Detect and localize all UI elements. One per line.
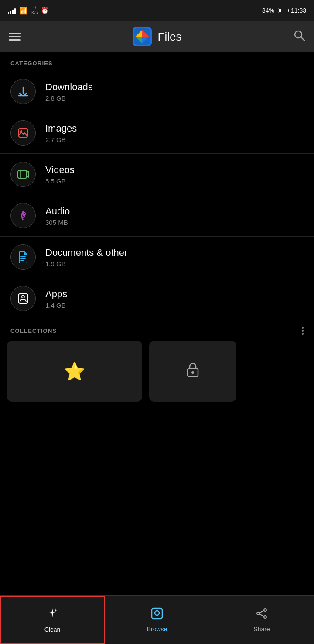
battery-icon	[278, 8, 287, 13]
list-item[interactable]: Apps 1.4 GB	[0, 278, 314, 319]
collections-title: COLLECTIONS	[10, 328, 57, 334]
status-bar: 📶 0K/s ⏰ 34% 11:33	[0, 0, 314, 21]
collections-row: ⭐	[0, 341, 314, 402]
categories-header: CATEGORIES	[0, 52, 314, 71]
battery-percent: 34%	[262, 7, 274, 14]
clean-label: Clean	[44, 626, 61, 633]
category-list: Downloads 2.8 GB Images 2.7 GB	[0, 71, 314, 319]
svg-line-27	[259, 611, 264, 613]
nav-item-clean[interactable]: Clean	[0, 596, 105, 644]
category-size: 305 MB	[45, 219, 70, 226]
nav-item-share[interactable]: Share	[209, 596, 314, 644]
category-size: 2.8 GB	[45, 95, 93, 102]
svg-line-28	[259, 614, 264, 617]
category-size: 2.7 GB	[45, 136, 77, 143]
category-name: Images	[45, 123, 77, 134]
share-icon	[255, 607, 268, 623]
list-item[interactable]: Videos 5.5 GB	[0, 154, 314, 195]
svg-point-20	[191, 371, 194, 374]
images-icon-wrap	[10, 120, 36, 146]
more-icon[interactable]	[302, 327, 304, 335]
list-item[interactable]: Documents & other 1.9 GB	[0, 237, 314, 278]
category-name: Videos	[45, 164, 75, 176]
download-icon-wrap	[10, 79, 36, 104]
svg-point-9	[20, 130, 22, 132]
star-icon: ⭐	[64, 361, 85, 382]
svg-point-25	[264, 616, 266, 618]
share-label: Share	[253, 626, 270, 633]
category-size: 1.4 GB	[45, 302, 67, 309]
category-name: Downloads	[45, 81, 93, 93]
lock-icon	[184, 361, 201, 382]
category-size: 5.5 GB	[45, 177, 75, 185]
wifi-icon: 📶	[19, 7, 28, 15]
nav-item-browse[interactable]: Browse	[105, 596, 209, 644]
category-size: 1.9 GB	[45, 260, 127, 268]
speed-text: 0K/s	[31, 5, 38, 16]
app-logo	[133, 27, 152, 46]
signal-icon	[8, 7, 16, 14]
list-item[interactable]: Images 2.7 GB	[0, 112, 314, 154]
svg-point-18	[22, 295, 24, 298]
svg-point-24	[264, 609, 266, 611]
app-bar: Files	[0, 21, 314, 52]
app-title: Files	[133, 27, 182, 46]
menu-icon[interactable]	[9, 33, 21, 41]
bottom-nav: Clean Browse Share	[0, 595, 314, 644]
app-title-text: Files	[158, 30, 182, 44]
time: 11:33	[291, 7, 306, 14]
collection-card-starred[interactable]: ⭐	[7, 341, 142, 402]
documents-icon-wrap	[10, 244, 36, 270]
svg-rect-10	[18, 170, 27, 178]
search-icon[interactable]	[293, 29, 305, 44]
svg-point-26	[257, 612, 259, 615]
status-left: 📶 0K/s ⏰	[8, 5, 48, 16]
alarm-icon: ⏰	[41, 7, 48, 14]
category-name: Apps	[45, 288, 67, 300]
videos-icon-wrap	[10, 162, 36, 187]
audio-icon-wrap	[10, 203, 36, 228]
category-name: Documents & other	[45, 247, 127, 258]
status-right: 34% 11:33	[262, 7, 306, 14]
apps-icon-wrap	[10, 286, 36, 311]
category-name: Audio	[45, 206, 70, 217]
collections-header: COLLECTIONS	[0, 319, 314, 341]
browse-label: Browse	[147, 626, 167, 633]
sparkle-icon	[45, 607, 59, 624]
svg-rect-8	[19, 129, 27, 137]
list-item[interactable]: Downloads 2.8 GB	[0, 71, 314, 112]
collection-card-locked[interactable]	[149, 341, 236, 402]
list-item[interactable]: Audio 305 MB	[0, 195, 314, 237]
browse-icon	[150, 607, 164, 623]
svg-line-7	[301, 37, 304, 41]
